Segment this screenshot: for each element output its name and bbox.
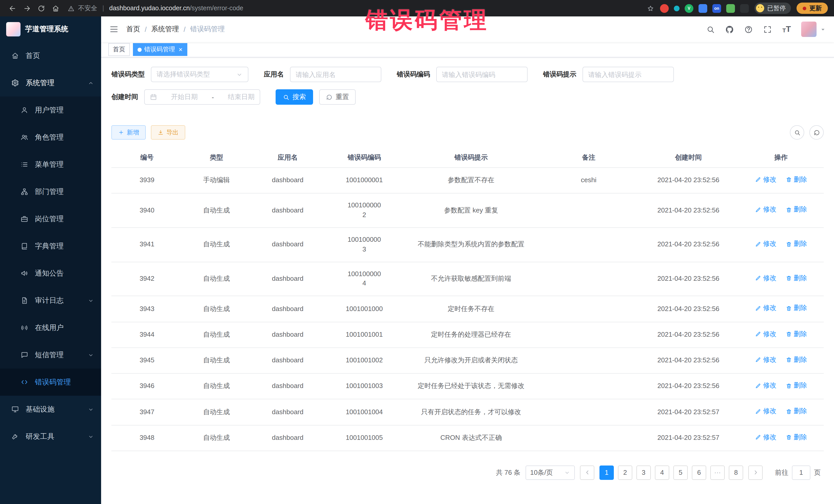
edit-link[interactable]: 修改 [755,407,776,416]
ext-teal-dot-icon[interactable] [674,5,680,11]
page-button-2[interactable]: 2 [618,465,632,480]
sidebar-item-dict[interactable]: 字典管理 [0,233,101,260]
edit-link[interactable]: 修改 [755,432,776,442]
help-icon[interactable] [744,25,753,34]
tab-home[interactable]: 首页 [108,43,130,56]
delete-link[interactable]: 删除 [786,273,807,283]
delete-link[interactable]: 删除 [786,304,807,313]
error-msg-input[interactable] [583,67,674,82]
page-button-8[interactable]: 8 [729,465,743,480]
sidebar-item-user[interactable]: 用户管理 [0,96,101,124]
breadcrumb-home[interactable]: 首页 [126,25,140,34]
address-bar[interactable]: 不安全 | dashboard.yudao.iocoder.cn/system/… [68,4,644,13]
sidebar-item-sms[interactable]: 短信管理 [0,341,101,369]
cell-ops: 修改 删除 [738,262,824,296]
delete-link[interactable]: 删除 [786,381,807,391]
sidebar-item-system[interactable]: 系统管理 [0,69,101,96]
ext-green-square-icon[interactable] [726,4,735,13]
delete-link[interactable]: 删除 [786,407,807,416]
cell-code: 1001001005 [325,425,403,451]
ext-red-circle-icon[interactable] [660,4,669,13]
font-size-icon[interactable]: TT [783,25,791,34]
sidebar-item-home[interactable]: 首页 [0,42,101,69]
sidebar-item-menu[interactable]: 菜单管理 [0,151,101,178]
filter-error-code: 错误码编码 [397,67,528,82]
sidebar-item-role[interactable]: 角色管理 [0,124,101,151]
next-page-button[interactable] [748,465,763,480]
edit-link[interactable]: 修改 [755,381,776,391]
tab-error-code[interactable]: 错误码管理 × [133,43,187,56]
edit-link[interactable]: 修改 [755,205,776,215]
browser-back-icon[interactable] [6,2,19,14]
ext-blue-grid-icon[interactable] [699,4,707,13]
ext-dark-pin-icon[interactable] [740,4,749,13]
paused-pill[interactable]: 已暂停 [754,3,791,14]
page-size-select[interactable]: 10条/页 [526,465,575,480]
delete-link[interactable]: 删除 [786,355,807,365]
sidebar-item-infra[interactable]: 基础设施 [0,396,101,423]
page-button-3[interactable]: 3 [636,465,651,480]
browser-forward-icon[interactable] [21,2,33,14]
date-range-picker[interactable]: 开始日期 - 结束日期 [144,89,260,105]
edit-link[interactable]: 修改 [755,329,776,339]
search-toggle-button[interactable] [790,125,804,139]
page-button-4[interactable]: 4 [655,465,669,480]
sidebar-item-devtools[interactable]: 研发工具 [0,423,101,450]
app-window: 芋道管理系统 首页 系统管理 用户管理 角色管理 菜单管理 部门管理 岗位管理 … [0,17,834,504]
add-button[interactable]: 新增 [111,125,146,139]
edit-link[interactable]: 修改 [755,273,776,283]
error-type-select[interactable]: 请选择错误码类型 [151,67,248,82]
cell-time: 2021-04-20 23:52:56 [638,227,738,262]
fullscreen-icon[interactable] [764,25,772,34]
export-button[interactable]: 导出 [151,125,185,139]
page-button-5[interactable]: 5 [673,465,688,480]
bookmark-star-icon[interactable] [647,4,654,12]
user-menu[interactable] [801,22,826,37]
delete-link[interactable]: 删除 [786,329,807,339]
browser-reload-icon[interactable] [35,2,47,14]
table-row: 3941 自动生成 dashboard 100100000 3 不能删除类型为系… [111,227,824,262]
home-icon [11,52,19,60]
filter-app-name: 应用名 [264,67,381,82]
sidebar-item-online[interactable]: 在线用户 [0,314,101,341]
delete-link[interactable]: 删除 [786,239,807,249]
breadcrumb-current: 错误码管理 [190,25,225,34]
edit-link[interactable]: 修改 [755,355,776,365]
sidebar-item-notice[interactable]: 通知公告 [0,260,101,287]
update-button[interactable]: 更新 [796,3,828,14]
sidebar-toggle-icon[interactable] [109,25,118,34]
delete-link[interactable]: 删除 [786,432,807,442]
delete-link[interactable]: 删除 [786,175,807,185]
breadcrumb-system[interactable]: 系统管理 [151,25,179,34]
sidebar-item-dept[interactable]: 部门管理 [0,178,101,205]
ext-green-check-circle-icon[interactable]: V [685,4,694,13]
sidebar-item-error-code[interactable]: 错误码管理 [0,369,101,396]
delete-link[interactable]: 删除 [786,205,807,215]
cell-time: 2021-04-20 23:52:57 [638,425,738,451]
prev-page-button[interactable] [580,465,594,480]
page-buttons: 123456···8 [599,465,743,480]
refresh-table-button[interactable] [809,125,824,139]
search-button[interactable]: 搜索 [276,89,313,105]
cell-code: 1001000001 [325,168,403,194]
edit-link[interactable]: 修改 [755,239,776,249]
reset-button[interactable]: 重置 [319,89,356,105]
edit-link[interactable]: 修改 [755,175,776,185]
app-name-input[interactable] [290,67,381,82]
cell-type: 自动生成 [183,425,250,451]
sidebar-item-audit-log[interactable]: 审计日志 [0,287,101,314]
close-icon[interactable]: × [179,46,182,53]
goto-page-input[interactable] [792,465,810,480]
edit-link[interactable]: 修改 [755,304,776,313]
page-ellipsis[interactable]: ··· [710,465,725,480]
ext-on-badge-icon[interactable]: on [712,4,721,13]
header-search-icon[interactable] [706,25,715,34]
github-icon[interactable] [725,25,734,34]
page-button-1[interactable]: 1 [599,465,614,480]
error-code-input[interactable] [436,67,528,82]
page-button-6[interactable]: 6 [692,465,706,480]
browser-home-icon[interactable] [49,2,62,14]
col-header-app: 应用名 [250,148,325,168]
pencil-icon [755,331,761,337]
sidebar-item-post[interactable]: 岗位管理 [0,205,101,233]
